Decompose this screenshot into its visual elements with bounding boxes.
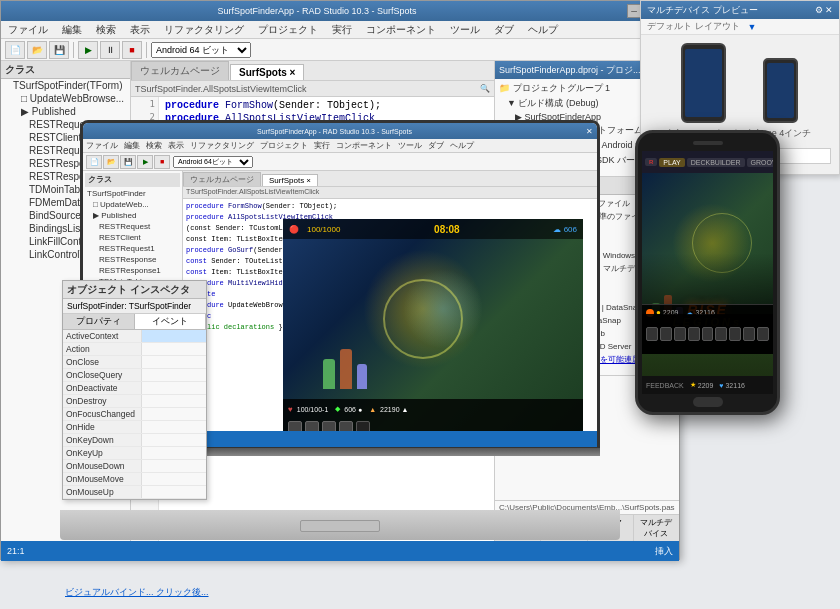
phone-unit-5[interactable]: [702, 327, 714, 341]
new-button[interactable]: 📄: [5, 41, 25, 59]
menu-edit[interactable]: 編集: [59, 22, 85, 38]
menu-help[interactable]: ヘルプ: [525, 22, 561, 38]
menu-project[interactable]: プロジェクト: [255, 22, 321, 38]
pause-button[interactable]: ⏸: [100, 41, 120, 59]
phone-nav-play[interactable]: PLAY: [659, 158, 684, 167]
laptop-base: [60, 510, 620, 540]
menu-tools[interactable]: ツール: [447, 22, 483, 38]
phone-unit-7[interactable]: [729, 327, 741, 341]
event-onclosequery: OnCloseQuery: [63, 369, 206, 382]
event-key-onkeyup: OnKeyUp: [63, 447, 142, 459]
menu-view[interactable]: 表示: [127, 22, 153, 38]
event-val-onmouseup: [142, 486, 206, 498]
menu-refactor[interactable]: リファクタリング: [161, 22, 247, 38]
laptop-menu-project[interactable]: 表示: [168, 140, 184, 151]
device-iphone-small: iPhone 4インチ: [749, 58, 812, 140]
stop-button[interactable]: ■: [122, 41, 142, 59]
search-icon[interactable]: 🔍: [480, 84, 490, 93]
event-ondeactivate: OnDeactivate: [63, 382, 206, 395]
laptop-menu-run[interactable]: リファクタリング: [190, 140, 254, 151]
unit-slot-5[interactable]: [356, 421, 370, 431]
laptop-tree-1[interactable]: □ UpdateWeb...: [85, 199, 180, 210]
laptop-tree-3[interactable]: RESTRequest: [85, 221, 180, 232]
laptop-menu-edit[interactable]: 編集: [124, 140, 140, 151]
phone-unit-2[interactable]: [660, 327, 672, 341]
phone-unit-4[interactable]: [688, 327, 700, 341]
laptop-platform-select[interactable]: Android 64ビット: [173, 156, 253, 168]
laptop-menu-comp[interactable]: プロジェクト: [260, 140, 308, 151]
status-info: 挿入: [655, 545, 673, 558]
phone-units-bar: [642, 314, 773, 354]
tab-events[interactable]: イベント: [135, 314, 207, 329]
laptop-tree-6[interactable]: RESTResponse: [85, 254, 180, 265]
laptop-tree-7[interactable]: RESTResponse1: [85, 265, 180, 276]
laptop-tab-surfspots[interactable]: SurfSpots ×: [262, 174, 318, 186]
unit-slot-2[interactable]: [305, 421, 319, 431]
class-tree-item-0[interactable]: TSurfSpotFinder(TForm): [1, 79, 130, 92]
phone-nav-deckbuilder[interactable]: DECKBUILDER: [687, 158, 745, 167]
laptop-tree-4[interactable]: RESTClient: [85, 232, 180, 243]
visual-bind-link[interactable]: ビジュアルバインド... クリック後...: [65, 586, 209, 599]
laptop-trackpad[interactable]: [300, 520, 380, 532]
device-iphone-large: iPhone 5.5インチ: [669, 43, 739, 140]
event-onmousemove: OnMouseMove: [63, 473, 206, 486]
unit-slot-4[interactable]: [339, 421, 353, 431]
platform-select[interactable]: Android 64 ビット iOS 64 ビット Windows 32 ビット: [151, 42, 251, 58]
preview-close-icon[interactable]: ✕: [825, 5, 833, 15]
class-tree-item-1[interactable]: □ UpdateWebBrowse...: [1, 92, 130, 105]
tab-multidevice[interactable]: マルチデバイス: [634, 515, 679, 541]
phone-unit-3[interactable]: [674, 327, 686, 341]
event-key-onpaint: OnPaint: [63, 499, 142, 500]
laptop-toolbar-run[interactable]: ▶: [137, 155, 153, 169]
unit-slot-1[interactable]: [288, 421, 302, 431]
laptop-menu-x[interactable]: ヘルプ: [450, 140, 474, 151]
menu-run[interactable]: 実行: [329, 22, 355, 38]
laptop-menu-h[interactable]: ダブ: [428, 140, 444, 151]
mini-phone-screen-large: [685, 49, 722, 117]
laptop-menu-view[interactable]: 検索: [146, 140, 162, 151]
phone-unit-8[interactable]: [743, 327, 755, 341]
phone-unit-9[interactable]: [757, 327, 769, 341]
laptop-close-btn[interactable]: ✕: [586, 127, 593, 136]
unit-slot-3[interactable]: [322, 421, 336, 431]
laptop-toolbar-save[interactable]: 💾: [120, 155, 136, 169]
menu-file[interactable]: ファイル: [5, 22, 51, 38]
laptop-menu-file[interactable]: ファイル: [86, 140, 118, 151]
save-button[interactable]: 💾: [49, 41, 69, 59]
event-val-action: [142, 343, 206, 355]
bottom-link-text[interactable]: ビジュアルバインド... クリック後...: [65, 587, 209, 597]
preview-device-dropdown-icon[interactable]: ▼: [748, 22, 757, 32]
menu-component[interactable]: コンポーネント: [363, 22, 439, 38]
menu-dab[interactable]: ダブ: [491, 22, 517, 38]
laptop-tree-5[interactable]: RESTRequest1: [85, 243, 180, 254]
game-bottom-resources: ♥ 100/100-1 ◆ 606 ● ▲ 22190 ▲: [283, 399, 583, 419]
laptop-tab-welcome[interactable]: ウェルカムページ: [183, 172, 261, 186]
preview-settings-icon[interactable]: ⚙: [815, 5, 823, 15]
tab-welcome[interactable]: ウェルカムページ: [131, 61, 229, 80]
phone-nav-groove[interactable]: GROOVE: [747, 158, 773, 167]
event-key-action: Action: [63, 343, 142, 355]
phone-home-button[interactable]: [693, 397, 723, 407]
laptop-menu-tools[interactable]: 実行: [314, 140, 330, 151]
tab-properties[interactable]: プロパティ: [63, 314, 135, 329]
menu-search[interactable]: 検索: [93, 22, 119, 38]
game-resource-2: ☁ 606: [553, 225, 577, 234]
laptop-menu-help[interactable]: コンポーネント: [336, 140, 392, 151]
laptop-tree-0[interactable]: TSurfSpotFinder: [85, 188, 180, 199]
class-tree-published[interactable]: ▶ Published: [1, 105, 130, 118]
minimize-button[interactable]: ─: [627, 4, 641, 18]
object-inspector-tabs: プロパティ イベント: [63, 314, 206, 330]
laptop-tree-2[interactable]: ▶ Published: [85, 210, 180, 221]
laptop-menu-dab[interactable]: ツール: [398, 140, 422, 151]
laptop-toolbar-new[interactable]: 📄: [86, 155, 102, 169]
open-button[interactable]: 📂: [27, 41, 47, 59]
phone-unit-6[interactable]: [715, 327, 727, 341]
phone-unit-1[interactable]: [646, 327, 658, 341]
run-button[interactable]: ▶: [78, 41, 98, 59]
game-characters: [323, 339, 383, 389]
laptop-toolbar-open[interactable]: 📂: [103, 155, 119, 169]
phone-nav-bar: R PLAY DECKBUILDER GROOVE SHOP: [642, 151, 773, 173]
tab-surfspots[interactable]: SurfSpots ×: [230, 64, 304, 80]
laptop-toolbar-stop[interactable]: ■: [154, 155, 170, 169]
project-manager-title: SurfSpotFinderApp.dproj - プロジ...: [499, 64, 641, 77]
